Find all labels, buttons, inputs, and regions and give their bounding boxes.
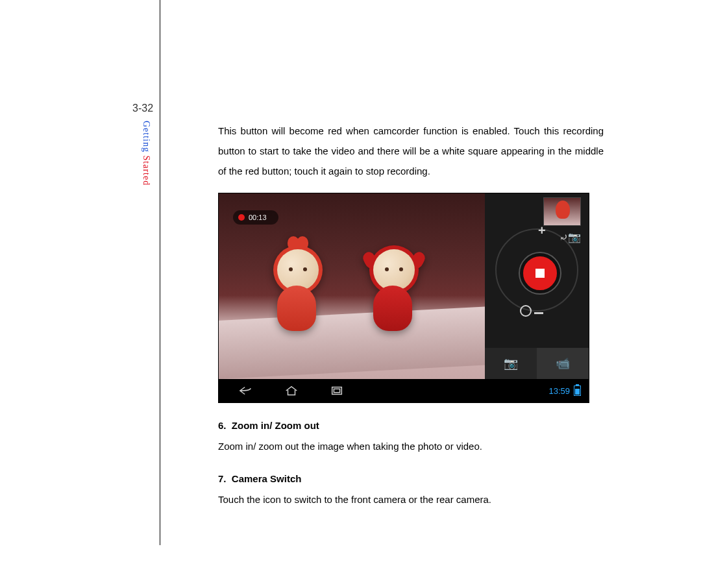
heading-zoom-num: 6. bbox=[218, 420, 227, 431]
nav-home-button[interactable] bbox=[273, 383, 310, 398]
margin-rule bbox=[160, 0, 160, 545]
switch-camera-button[interactable]: ⤾📷 bbox=[560, 231, 581, 243]
record-stop-button[interactable] bbox=[520, 253, 560, 293]
heading-zoom-title: Zoom in/ Zoom out bbox=[232, 420, 319, 431]
viewfinder-surface bbox=[219, 307, 485, 379]
section-label: Getting Started bbox=[141, 121, 151, 186]
nav-recent-button[interactable] bbox=[319, 383, 355, 398]
zoom-out-button[interactable] bbox=[534, 312, 543, 314]
page-number: 3-32 bbox=[132, 103, 153, 114]
last-capture-thumbnail[interactable] bbox=[543, 197, 581, 226]
camcorder-screenshot: 00:13 + ⤾📷 📷 📹 bbox=[218, 193, 589, 403]
zoom-indicator-icon bbox=[520, 305, 532, 317]
heading-camera-switch-title: Camera Switch bbox=[232, 473, 302, 484]
heading-camera-switch-num: 7. bbox=[218, 473, 227, 484]
camera-control-panel: + ⤾📷 📷 📹 bbox=[485, 193, 589, 379]
intro-paragraph: This button will become red when camcord… bbox=[218, 121, 604, 181]
recording-time: 00:13 bbox=[249, 214, 267, 221]
statusbar-clock: 13:59 bbox=[548, 386, 570, 396]
control-dial: + ⤾📷 bbox=[491, 225, 582, 315]
android-navbar: 13:59 bbox=[219, 379, 589, 402]
zoom-in-button[interactable]: + bbox=[538, 223, 546, 238]
stop-icon bbox=[535, 269, 545, 278]
viewfinder: 00:13 bbox=[219, 193, 485, 379]
recording-indicator: 00:13 bbox=[233, 210, 278, 225]
heading-camera-switch: 7. Camera Switch bbox=[218, 473, 604, 484]
body-camera-switch: Touch the icon to switch to the front ca… bbox=[218, 489, 604, 509]
record-dot-icon bbox=[238, 214, 245, 221]
svg-rect-1 bbox=[334, 389, 339, 393]
mode-bar: 📷 📹 bbox=[485, 348, 589, 379]
video-mode-button[interactable]: 📹 bbox=[537, 348, 589, 379]
figure-fish-doll bbox=[277, 249, 319, 331]
section-label-getting: Getting bbox=[141, 121, 151, 153]
photo-mode-button[interactable]: 📷 bbox=[485, 348, 537, 379]
figure-dragon-doll bbox=[373, 249, 415, 331]
body-zoom: Zoom in/ zoom out the image when taking … bbox=[218, 436, 604, 456]
battery-icon bbox=[574, 386, 581, 396]
nav-back-button[interactable] bbox=[228, 383, 264, 398]
heading-zoom: 6. Zoom in/ Zoom out bbox=[218, 420, 604, 431]
section-label-started: Started bbox=[141, 153, 151, 186]
